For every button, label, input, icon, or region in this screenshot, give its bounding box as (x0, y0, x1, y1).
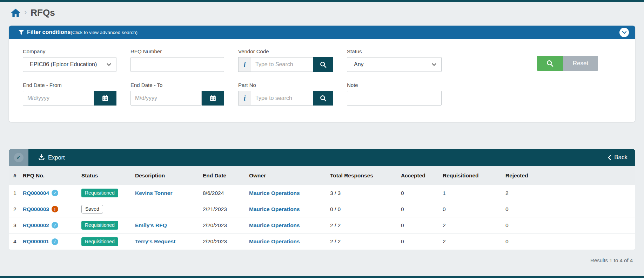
status-selected-value: Any (354, 61, 432, 68)
chevron-left-icon (608, 155, 611, 160)
table-toolbar: ✓ Export Back (9, 149, 635, 166)
owner-link[interactable]: Maurice Operations (249, 222, 300, 229)
description-link[interactable]: Terry's Request (135, 238, 175, 245)
total-responses-cell: 2 / 2 (330, 222, 401, 229)
column-header-requisitioned: Requisitioned (443, 172, 505, 179)
end-date-to-calendar-button[interactable] (202, 91, 224, 106)
company-select[interactable]: EPIC06 (Epicor Education) (23, 57, 116, 72)
owner-cell: Maurice Operations (249, 238, 330, 245)
results-count: Results 1 to 4 of 4 (0, 257, 633, 263)
row-index-cell: 2 (13, 206, 23, 212)
end-date-from-calendar-button[interactable] (94, 91, 116, 106)
end-date-from-label: End Date - From (23, 82, 116, 88)
rfq-number-label: RFQ Number (130, 48, 224, 54)
back-button[interactable]: Back (608, 154, 628, 161)
filter-form: Company EPIC06 (Epicor Education) RFQ Nu… (9, 39, 635, 122)
column-header-total-responses: Total Responses (330, 172, 401, 179)
status-badge: Requisitioned (81, 237, 118, 246)
bottom-accent-bar (0, 276, 644, 278)
rejected-cell: 0 (505, 222, 635, 229)
column-header-rejected: Rejected (505, 172, 635, 179)
row-index-cell: 3 (13, 222, 23, 229)
table-row: 2RQ000003!Saved2/21/2023Maurice Operatio… (9, 201, 635, 217)
rfq-number-link[interactable]: RQ000001 (23, 238, 49, 245)
filter-subtitle: (Click to view advanced search) (71, 30, 137, 35)
rfq-number-cell: RQ000004✓ (23, 190, 81, 196)
page-title: RFQs (31, 7, 55, 18)
end-date-from-input[interactable] (23, 91, 94, 106)
breadcrumb: › RFQs (11, 6, 644, 19)
end-date-to-input[interactable] (130, 91, 202, 106)
end-date-to-label: End Date - To (130, 82, 224, 88)
search-button[interactable] (537, 56, 563, 71)
status-badge: Requisitioned (81, 221, 118, 230)
filter-title: Filter conditions (27, 29, 71, 35)
owner-link[interactable]: Maurice Operations (249, 238, 300, 245)
company-selected-value: EPIC06 (Epicor Education) (30, 61, 107, 68)
chevron-down-icon (622, 31, 626, 34)
rfq-number-link[interactable]: RQ000004 (23, 190, 49, 196)
owner-link[interactable]: Maurice Operations (249, 206, 300, 212)
status-badge: Requisitioned (81, 189, 118, 197)
part-no-label: Part No (238, 82, 333, 88)
end-date-cell: 8/6/2024 (203, 190, 249, 196)
table-body: 1RQ000004✓RequisitionedKevins Tonner8/6/… (9, 185, 635, 250)
table-row: 4RQ000001✓RequisitionedTerry's Request2/… (9, 233, 635, 250)
collapse-panel-button[interactable] (619, 28, 629, 37)
magnifier-icon (546, 60, 554, 67)
status-label: Status (347, 48, 442, 54)
status-cell: Saved (81, 205, 135, 213)
status-badge: Saved (81, 205, 103, 213)
rfq-number-input[interactable] (130, 57, 224, 72)
requisitioned-cell: 2 (443, 238, 505, 245)
end-date-cell: 2/20/2023 (203, 222, 249, 229)
home-icon[interactable] (11, 8, 20, 17)
description-link[interactable]: Emily's RFQ (135, 222, 167, 229)
check-circle-icon: ✓ (52, 222, 58, 229)
vendor-code-input[interactable] (251, 57, 313, 72)
vendor-code-info-icon[interactable]: i (238, 57, 251, 72)
description-cell: Kevins Tonner (135, 190, 203, 196)
breadcrumb-separator: › (24, 8, 27, 17)
part-no-info-icon[interactable]: i (238, 91, 251, 106)
filter-icon (18, 30, 24, 35)
download-icon (38, 154, 45, 161)
rejected-cell: 0 (505, 238, 635, 245)
column-header-num: # (13, 172, 23, 179)
owner-cell: Maurice Operations (249, 190, 330, 196)
description-cell: Terry's Request (135, 238, 203, 245)
owner-link[interactable]: Maurice Operations (249, 190, 300, 196)
back-label: Back (614, 154, 628, 161)
rfq-number-link[interactable]: RQ000002 (23, 222, 49, 229)
magnifier-icon (320, 95, 327, 102)
vendor-code-search-button[interactable] (313, 57, 333, 72)
total-responses-cell: 0 / 0 (330, 206, 401, 212)
chevron-down-icon (107, 63, 111, 66)
calendar-icon (102, 95, 108, 101)
reset-button[interactable]: Reset (563, 56, 598, 71)
export-button[interactable]: Export (38, 154, 65, 161)
table-header-row: #RFQ No.StatusDescriptionEnd DateOwnerTo… (9, 166, 635, 185)
part-no-input[interactable] (251, 91, 313, 106)
top-accent-bar (0, 0, 644, 2)
filter-actions: Reset (537, 56, 598, 71)
requisitioned-cell: 0 (443, 206, 505, 212)
status-select[interactable]: Any (347, 57, 442, 72)
rejected-cell: 0 (505, 206, 635, 212)
rfq-number-link[interactable]: RQ000003 (23, 206, 49, 212)
description-link[interactable]: Kevins Tonner (135, 190, 173, 196)
column-header-rfq-no: RFQ No. (23, 172, 81, 179)
select-all-button[interactable]: ✓ (9, 149, 28, 166)
rfq-results-panel: ✓ Export Back #RFQ No.StatusDescriptionE… (9, 149, 635, 250)
filter-panel-header[interactable]: Filter conditions (Click to view advance… (9, 26, 635, 39)
part-no-search-button[interactable] (313, 91, 333, 106)
note-input[interactable] (347, 91, 442, 106)
calendar-icon (210, 95, 216, 101)
company-label: Company (23, 48, 116, 54)
column-header-accepted: Accepted (401, 172, 443, 179)
rfq-number-cell: RQ000003! (23, 206, 81, 212)
rfq-number-cell: RQ000002✓ (23, 222, 81, 229)
table-row: 3RQ000002✓RequisitionedEmily's RFQ2/20/2… (9, 217, 635, 233)
accepted-cell: 0 (401, 238, 443, 245)
chevron-down-icon (432, 63, 436, 66)
